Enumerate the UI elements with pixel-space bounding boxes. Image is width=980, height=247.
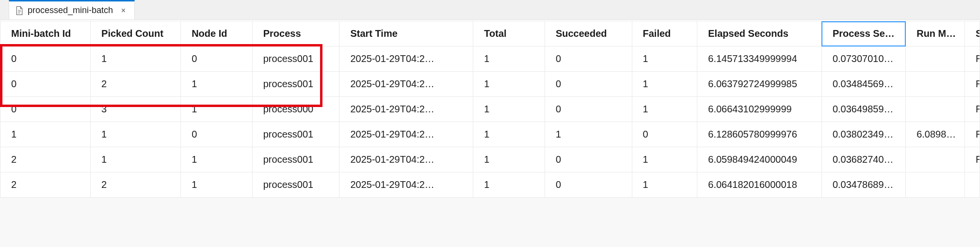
table-cell: 1 [632,147,697,172]
column-header[interactable]: Succeeded [545,21,632,46]
table-cell: R [965,147,980,172]
table-cell: 2 [91,72,181,97]
table-cell: process000 [252,97,339,122]
data-table: Mini-batch IdPicked CountNode IdProcessS… [0,21,980,198]
table-cell: process001 [252,172,339,198]
table-cell: 2025-01-29T04:2… [339,122,473,147]
column-header[interactable]: Picked Count [91,21,181,46]
table-cell: R [965,72,980,97]
table-cell: 0 [0,72,91,97]
table-cell: 0 [545,172,632,198]
table-cell: 0 [545,97,632,122]
table-cell: process001 [252,46,339,72]
table-row[interactable]: 221process0012025-01-29T04:2…1016.064182… [0,172,980,198]
table-cell: 2025-01-29T04:2… [339,72,473,97]
table-cell: 6.06643102999999 [697,97,822,122]
table-cell [906,147,965,172]
table-cell: 0.03682740… [821,147,905,172]
table-cell: 1 [632,172,697,198]
column-header[interactable]: Node Id [181,21,253,46]
column-header[interactable]: Process [252,21,339,46]
table-cell: 1 [473,122,545,147]
table-cell: 0 [181,122,253,147]
table-cell: 0 [181,46,253,72]
table-cell: 2 [0,172,91,198]
tab-bar: processed_mini-batch × [0,0,980,20]
table-cell [965,172,980,198]
table-cell: 0 [545,147,632,172]
table-cell: 1 [473,72,545,97]
table-cell [906,97,965,122]
table-cell: 0 [545,72,632,97]
tab-label: processed_mini-batch [28,5,116,15]
table-cell: 1 [91,46,181,72]
table-cell: process001 [252,122,339,147]
column-header[interactable]: Start Time [339,21,473,46]
table-cell: 2 [0,147,91,172]
table-cell: R [965,122,980,147]
table-row[interactable]: 021process0012025-01-29T04:2…1016.063792… [0,72,980,97]
table-cell: 6.08985… [906,122,965,147]
table-cell: 1 [0,122,91,147]
table-cell [906,46,965,72]
table-cell: 1 [91,147,181,172]
table-cell [906,72,965,97]
table-cell: R [965,97,980,122]
table-cell: 2025-01-29T04:2… [339,147,473,172]
table-cell: 1 [545,122,632,147]
table-cell: 2025-01-29T04:2… [339,172,473,198]
table-cell: 0.03649859… [821,97,905,122]
table-cell: 1 [473,97,545,122]
table-cell: 6.145713349999994 [697,46,822,72]
table-cell: 1 [181,72,253,97]
table-cell: 1 [632,46,697,72]
table-header-row: Mini-batch IdPicked CountNode IdProcessS… [0,21,980,46]
table-cell: 0.07307010… [821,46,905,72]
table-cell: 1 [473,46,545,72]
column-header[interactable]: Run M… [906,21,965,46]
table-cell: 1 [181,147,253,172]
table-wrapper: Mini-batch IdPicked CountNode IdProcessS… [0,21,980,198]
table-cell: 1 [632,72,697,97]
table-row[interactable]: 110process0012025-01-29T04:2…1106.128605… [0,122,980,147]
table-cell: 6.064182016000018 [697,172,822,198]
table-cell: R [965,46,980,72]
table-row[interactable]: 031process0002025-01-29T04:2…1016.066431… [0,97,980,122]
table-cell: process001 [252,147,339,172]
table-row[interactable]: 010process0012025-01-29T04:2…1016.145713… [0,46,980,72]
table-cell: 3 [91,97,181,122]
content-area: Mini-batch IdPicked CountNode IdProcessS… [0,20,980,198]
table-cell: 0.03484569… [821,72,905,97]
table-cell: 6.063792724999985 [697,72,822,97]
table-cell [906,172,965,198]
table-cell: process001 [252,72,339,97]
tab-processed-mini-batch[interactable]: processed_mini-batch × [9,0,135,19]
table-row[interactable]: 211process0012025-01-29T04:2…1016.059849… [0,147,980,172]
table-cell: 6.128605780999976 [697,122,822,147]
column-header[interactable]: Elapsed Seconds [697,21,822,46]
table-cell: 1 [473,172,545,198]
column-header[interactable]: Mini-batch Id [0,21,91,46]
table-cell: 0 [0,46,91,72]
table-cell: 2025-01-29T04:2… [339,97,473,122]
table-cell: 1 [473,147,545,172]
column-header[interactable]: S [965,21,980,46]
table-cell: 1 [632,97,697,122]
table-cell: 2 [91,172,181,198]
table-cell: 1 [181,97,253,122]
close-icon[interactable]: × [120,6,127,15]
table-cell: 0 [632,122,697,147]
table-cell: 0.03478689… [821,172,905,198]
table-cell: 1 [181,172,253,198]
table-cell: 6.059849424000049 [697,147,822,172]
table-cell: 2025-01-29T04:2… [339,46,473,72]
table-cell: 0 [545,46,632,72]
table-cell: 0.03802349… [821,122,905,147]
column-header[interactable]: Total [473,21,545,46]
file-icon [15,6,24,15]
table-cell: 0 [0,97,91,122]
table-cell: 1 [91,122,181,147]
column-header[interactable]: Process Se… [821,21,905,46]
column-header[interactable]: Failed [632,21,697,46]
